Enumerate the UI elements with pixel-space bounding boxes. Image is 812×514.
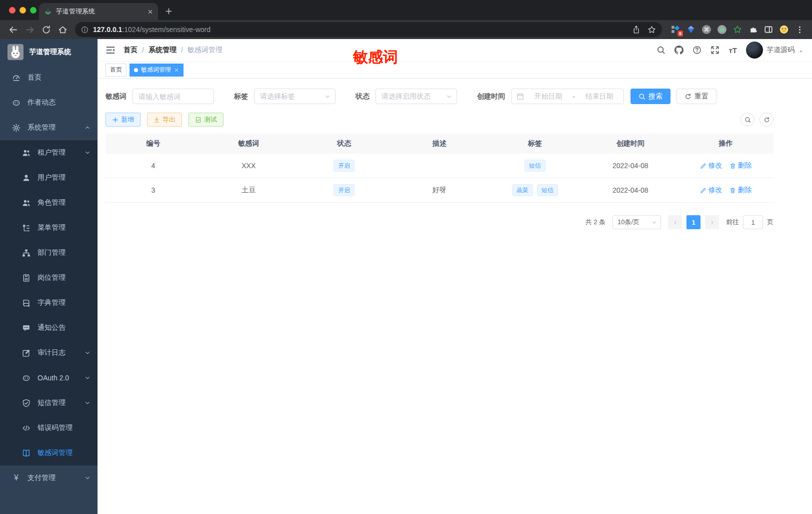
extension-command-icon[interactable]: ⌘	[702, 25, 711, 34]
tag-close-icon[interactable]	[174, 68, 179, 73]
next-page-button[interactable]	[705, 215, 719, 229]
sidebar-item-label: 错误码管理	[38, 423, 72, 432]
reset-button[interactable]: 重置	[676, 89, 716, 104]
reload-icon[interactable]	[42, 25, 51, 35]
sidebar-item-label: 作者动态	[28, 98, 56, 107]
fullscreen-icon[interactable]	[710, 46, 720, 55]
export-button[interactable]: 导出	[147, 113, 182, 127]
search-button[interactable]: 搜索	[630, 89, 670, 104]
sidebar-item-system[interactable]: 系统管理	[0, 115, 98, 140]
dashboard-icon	[12, 74, 20, 82]
browser-menu-icon[interactable]	[795, 25, 804, 34]
sidebar-item-label: 敏感词管理	[38, 448, 72, 457]
status-select-placeholder: 请选择启用状态	[382, 92, 430, 101]
sidebar-item-sms[interactable]: 短信管理	[0, 390, 98, 415]
delete-link[interactable]: 删除	[730, 186, 752, 195]
sidebar-item-menu[interactable]: 菜单管理	[0, 215, 98, 240]
extensions-puzzle-icon[interactable]	[748, 25, 758, 34]
site-info-icon[interactable]	[81, 26, 88, 34]
robot-icon	[12, 99, 20, 107]
search-icon[interactable]	[656, 46, 666, 55]
date-range-picker[interactable]: 开始日期 - 结束日期	[511, 89, 624, 104]
active-dot	[134, 68, 138, 72]
tag-home[interactable]: 首页	[106, 64, 126, 77]
side-panel-icon[interactable]	[764, 25, 773, 34]
window-close-button[interactable]	[9, 7, 16, 14]
total-count: 共 2 条	[586, 218, 606, 227]
delete-link[interactable]: 删除	[730, 161, 752, 170]
sidebar-item-oauth[interactable]: OAuth 2.0	[0, 365, 98, 390]
sidebar-item-pay[interactable]: ¥ 支付管理	[0, 465, 98, 490]
page-size-select[interactable]: 10条/页	[612, 215, 661, 229]
profile-avatar[interactable]	[780, 25, 788, 34]
add-button[interactable]: 新增	[106, 113, 140, 127]
header-actions: тT 芋道源码	[656, 42, 804, 59]
table-toolbar: 新增 导出 测试	[106, 113, 774, 127]
chevron-right-icon	[710, 220, 715, 225]
sidebar-item-role[interactable]: 角色管理	[0, 190, 98, 215]
sidebar-logo[interactable]: 芋道管理系统	[0, 39, 98, 65]
bookmark-star-icon[interactable]	[648, 26, 656, 34]
refresh-icon	[684, 93, 692, 100]
username: 芋道源码	[766, 46, 794, 55]
test-button[interactable]: 测试	[188, 113, 224, 127]
tag-sensitive-word[interactable]: 敏感词管理	[130, 64, 184, 77]
tag-chip: 短信	[537, 184, 558, 196]
sidebar-item-author[interactable]: 作者动态	[0, 90, 98, 115]
extension-tiles-icon[interactable]: 9	[671, 25, 680, 34]
goto-page: 前往 页	[726, 215, 774, 229]
github-icon[interactable]	[674, 46, 684, 55]
forward-icon[interactable]	[25, 25, 34, 35]
extension-record-icon[interactable]	[718, 25, 726, 34]
sidebar-item-audit[interactable]: 审计日志	[0, 340, 98, 365]
chevron-left-icon	[672, 220, 678, 225]
address-bar[interactable]: 127.0.0.1 :1024/system/sensitive-word	[75, 22, 662, 37]
extension-gem-icon[interactable]	[686, 25, 696, 34]
cell-created: 2022-04-08	[582, 178, 678, 203]
edit-link[interactable]: 修改	[700, 161, 722, 170]
tag-select[interactable]: 请选择标签	[254, 89, 336, 104]
sidebar-item-home[interactable]: 首页	[0, 65, 98, 90]
keyword-input[interactable]	[132, 89, 214, 104]
sidebar-item-dict[interactable]: 字典管理	[0, 290, 98, 315]
prev-page-button[interactable]	[668, 215, 682, 229]
user-menu[interactable]: 芋道源码	[746, 42, 804, 59]
refresh-icon	[764, 117, 770, 123]
sidebar-item-tenant[interactable]: 租户管理	[0, 140, 98, 165]
breadcrumb-system[interactable]: 系统管理	[148, 46, 176, 55]
font-size-icon[interactable]: тT	[728, 46, 737, 55]
extension-star-icon[interactable]	[733, 25, 742, 34]
window-zoom-button[interactable]	[30, 7, 36, 14]
edit-link[interactable]: 修改	[700, 186, 722, 195]
help-icon[interactable]	[692, 46, 702, 55]
sidebar-item-post[interactable]: 岗位管理	[0, 265, 98, 290]
share-icon[interactable]	[632, 26, 640, 34]
sidebar-item-sensitive-word[interactable]: 敏感词管理	[0, 440, 98, 465]
tag-label: 首页	[110, 66, 122, 74]
table-row: 3 土豆 开启 好呀 蔬菜 短信 2022-04-08	[106, 178, 774, 203]
sidebar-item-label: 短信管理	[38, 398, 66, 407]
show-search-button[interactable]	[740, 113, 754, 127]
sidebar-item-errorcode[interactable]: 错误码管理	[0, 415, 98, 440]
chevron-up-icon	[84, 125, 90, 131]
page-number-button[interactable]: 1	[686, 215, 700, 229]
home-icon[interactable]	[58, 25, 68, 35]
code-icon	[22, 424, 30, 432]
back-icon[interactable]	[8, 25, 18, 35]
sidebar-item-label: 部门管理	[38, 248, 66, 257]
cell-id: 3	[106, 178, 201, 203]
extension-badge: 9	[678, 31, 683, 37]
sidebar-collapse-icon[interactable]	[106, 45, 116, 55]
sidebar-item-dept[interactable]: 部门管理	[0, 240, 98, 265]
sidebar-item-notice[interactable]: 通知公告	[0, 315, 98, 340]
window-minimize-button[interactable]	[20, 7, 26, 14]
goto-page-input[interactable]	[743, 215, 763, 229]
sidebar-item-user[interactable]: 用户管理	[0, 165, 98, 190]
breadcrumb-home[interactable]: 首页	[124, 46, 138, 55]
browser-tab[interactable]: 芋道管理系统	[39, 3, 158, 20]
tab-close-icon[interactable]	[148, 9, 153, 15]
status-select[interactable]: 请选择启用状态	[376, 89, 457, 104]
refresh-table-button[interactable]	[760, 113, 774, 127]
new-tab-button[interactable]	[165, 8, 172, 15]
column-header-ops: 操作	[678, 134, 774, 154]
